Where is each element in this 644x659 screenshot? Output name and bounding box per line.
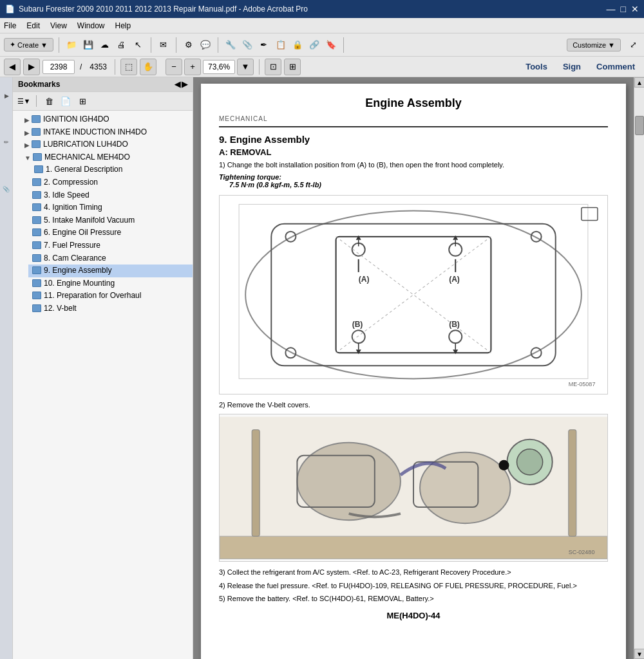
document-page: Engine Assembly MECHANICAL 9. Engine Ass…	[201, 84, 626, 659]
sidebar-item-engine-mounting[interactable]: 10. Engine Mounting	[28, 277, 193, 290]
sidebar-item-ignition-timing[interactable]: 4. Ignition Timing	[28, 201, 193, 214]
menu-help[interactable]: Help	[115, 21, 131, 30]
bookmark-delete-button[interactable]: 🗑	[42, 94, 56, 108]
panel-icon-1[interactable]: ▶	[1, 80, 12, 112]
sidebar-item-preparation[interactable]: 11. Preparation for Overhaul	[28, 290, 193, 302]
doc-section-label: MECHANICAL	[219, 115, 608, 122]
sidebar-collapse-button[interactable]: ◀	[175, 80, 180, 89]
sidebar-item-mechanical[interactable]: ▼ MECHANICAL MEH4DO	[21, 151, 193, 164]
scroll-thumb[interactable]	[635, 116, 644, 135]
sidebar-item-intake[interactable]: ▶ INTAKE INDUCTION INH4DO	[21, 126, 193, 139]
menu-window[interactable]: Window	[77, 21, 105, 30]
sidebar-item-fuel-pressure[interactable]: 7. Fuel Pressure	[28, 239, 193, 252]
print-icon[interactable]: 🖨	[115, 38, 129, 52]
bookmark-icon-compression	[32, 178, 41, 186]
comment-button[interactable]: Comment	[591, 60, 640, 73]
tools-icon-5[interactable]: 🔒	[290, 38, 305, 52]
tools-icon-6[interactable]: 🔗	[307, 38, 321, 52]
menu-bar: File Edit View Window Help	[0, 18, 644, 33]
scroll-up-button[interactable]: ▲	[634, 77, 644, 88]
panel-icon-3[interactable]: 📎	[1, 172, 12, 205]
sign-button[interactable]: Sign	[558, 60, 586, 73]
sidebar-item-cam-clearance[interactable]: 8. Cam Clearance	[28, 252, 193, 265]
tools-icon-7[interactable]: 🔖	[324, 38, 338, 52]
email-icon[interactable]: ✉	[156, 38, 171, 52]
tools-button[interactable]: Tools	[520, 60, 553, 73]
cursor-icon[interactable]: ↖	[131, 38, 146, 52]
pan-tool-button[interactable]: ✋	[140, 59, 156, 75]
page-separator: /	[77, 62, 84, 71]
tools-icon-3[interactable]: ✒	[257, 38, 271, 52]
expand-icon-lubrication: ▶	[24, 141, 30, 149]
bookmark-icon-lubrication	[32, 140, 41, 148]
zoom-in-button[interactable]: +	[184, 59, 201, 75]
maximize-button[interactable]: □	[621, 4, 626, 14]
doc-main-title: Engine Assembly	[219, 97, 608, 110]
nav-forward-button[interactable]: ▶	[23, 59, 40, 75]
nav-back-button[interactable]: ◀	[4, 59, 21, 75]
doc-figure-2: SC-02480	[219, 414, 608, 562]
scroll-track[interactable]	[634, 88, 644, 649]
sidebar-item-compression[interactable]: 2. Compression	[28, 176, 193, 189]
minimize-button[interactable]: —	[607, 4, 616, 14]
svg-rect-39	[252, 430, 260, 537]
settings-icon[interactable]: ⚙	[182, 38, 196, 52]
zoom-out-button[interactable]: −	[166, 59, 182, 75]
menu-file[interactable]: File	[4, 21, 16, 30]
doc-step2: 2) Remove the V-belt covers.	[219, 400, 608, 411]
create-button[interactable]: ✦ Create ▼	[4, 38, 53, 51]
upload-icon[interactable]: ☁	[98, 38, 112, 52]
bookmark-label-engine-oil: 6. Engine Oil Pressure	[44, 228, 189, 238]
doc-divider	[219, 126, 608, 127]
bookmark-options-button[interactable]: ☰▼	[17, 94, 31, 108]
sidebar-item-ignition[interactable]: ▶ IGNITION IGH4DO	[21, 113, 193, 126]
fit-width-button[interactable]: ⊞	[284, 59, 301, 75]
page-reference: ME(H4DO)-44	[219, 611, 608, 620]
expand-icon[interactable]: ⤢	[626, 38, 640, 52]
bookmark-icon-fuel-pressure	[32, 241, 41, 249]
bookmark-label-idle: 3. Idle Speed	[44, 190, 189, 201]
bookmark-new-button[interactable]: 📄	[59, 94, 73, 108]
sidebar-item-engine-assembly[interactable]: 9. Engine Assembly	[28, 265, 193, 277]
title-bar: 📄 Subaru Forester 2009 2010 2011 2012 20…	[0, 0, 644, 18]
document-area[interactable]: Engine Assembly MECHANICAL 9. Engine Ass…	[193, 77, 634, 659]
menu-view[interactable]: View	[50, 21, 67, 30]
sidebar-item-intake-manifold[interactable]: 5. Intake Manifold Vacuum	[28, 214, 193, 227]
svg-text:(B): (B)	[449, 320, 460, 329]
open-folder-icon[interactable]: 📁	[64, 38, 79, 52]
bookmark-layout-button[interactable]: ⊞	[75, 94, 90, 108]
sidebar-item-lubrication[interactable]: ▶ LUBRICATION LUH4DO	[21, 138, 193, 151]
bookmark-icon-ignition	[32, 115, 41, 123]
sidebar-item-idle[interactable]: 3. Idle Speed	[28, 189, 193, 202]
bookmark-icon-engine-mounting	[32, 279, 41, 287]
total-pages: 4353	[87, 62, 109, 71]
panel-icon-2[interactable]: ✏	[1, 126, 12, 158]
title-bar-controls[interactable]: — □ ✕	[607, 4, 639, 14]
page-input[interactable]	[43, 60, 75, 74]
tools-icon-4[interactable]: 📋	[274, 38, 288, 52]
zoom-input[interactable]	[203, 60, 235, 74]
svg-text:(B): (B)	[352, 320, 363, 329]
sidebar-toolbar: ☰▼ 🗑 📄 ⊞	[13, 92, 193, 111]
svg-point-37	[498, 460, 509, 470]
tools-icon-1[interactable]: 🔧	[223, 38, 238, 52]
customize-button[interactable]: Customize ▼	[567, 39, 621, 51]
zoom-area: − + ▼	[166, 59, 254, 75]
tools-icon-2[interactable]: 📎	[240, 38, 254, 52]
sidebar-item-engine-oil[interactable]: 6. Engine Oil Pressure	[28, 227, 193, 239]
bookmark-icon-vbelt	[32, 304, 41, 312]
expand-icon-mechanical: ▼	[24, 154, 31, 162]
zoom-dropdown-button[interactable]: ▼	[237, 59, 254, 75]
scroll-down-button[interactable]: ▼	[634, 649, 644, 659]
sidebar-expand-button[interactable]: ▶	[182, 80, 187, 89]
menu-edit[interactable]: Edit	[26, 21, 40, 30]
save-icon[interactable]: 💾	[81, 38, 95, 52]
select-tool-button[interactable]: ⬚	[120, 59, 137, 75]
comment-bubble-icon[interactable]: 💬	[198, 38, 213, 52]
fit-page-button[interactable]: ⊡	[265, 59, 281, 75]
toolbar: ✦ Create ▼ 📁 💾 ☁ 🖨 ↖ ✉ ⚙ 💬 🔧 📎 ✒ 📋 🔒 🔗 🔖…	[0, 33, 644, 57]
close-button[interactable]: ✕	[631, 4, 639, 14]
sidebar-item-vbelt[interactable]: 12. V-belt	[28, 302, 193, 315]
sidebar-item-general[interactable]: 1. General Description	[28, 163, 193, 176]
bookmark-icon-engine-oil	[32, 228, 41, 236]
